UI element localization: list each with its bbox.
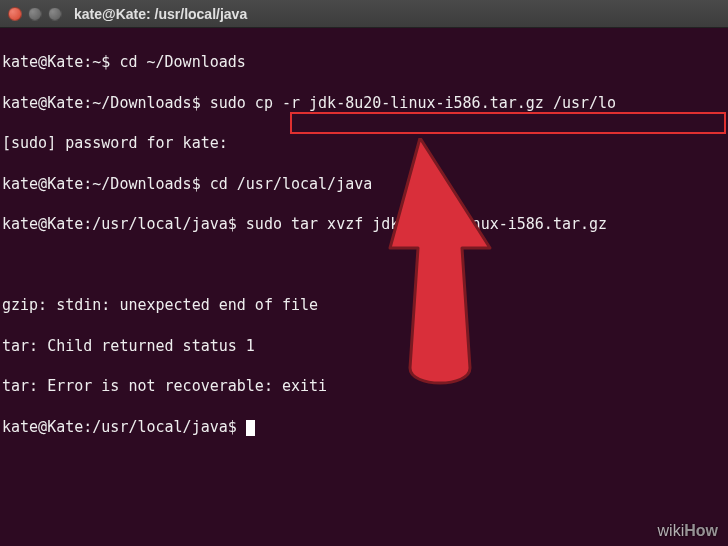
close-icon[interactable]: [8, 7, 22, 21]
watermark-text: How: [684, 522, 718, 539]
maximize-icon[interactable]: [48, 7, 62, 21]
output-text: [2, 256, 11, 274]
minimize-icon[interactable]: [28, 7, 42, 21]
watermark-text: wiki: [658, 522, 685, 539]
prompt: kate@Kate:~$: [2, 53, 110, 71]
cursor-icon: [246, 420, 255, 436]
command-text: cd ~/Downloads: [110, 53, 245, 71]
prompt: kate@Kate:/usr/local/java$: [2, 215, 237, 233]
highlight-box: [290, 112, 726, 134]
command-text: cd /usr/local/java: [201, 175, 373, 193]
output-text: tar: Child returned status 1: [2, 337, 255, 355]
window-titlebar: kate@Kate: /usr/local/java: [0, 0, 728, 28]
prompt: kate@Kate:/usr/local/java$: [2, 418, 237, 436]
command-text: sudo tar xvzf jdk-8u20-linux-i586.tar.gz: [237, 215, 607, 233]
prompt: kate@Kate:~/Downloads$: [2, 175, 201, 193]
command-text: sudo cp -r jdk-8u20-linux-i586.tar.gz /u…: [201, 94, 616, 112]
output-text: gzip: stdin: unexpected end of file: [2, 296, 318, 314]
command-text: [237, 418, 246, 436]
watermark: wikiHow: [658, 522, 718, 540]
window-title: kate@Kate: /usr/local/java: [74, 6, 247, 22]
prompt: kate@Kate:~/Downloads$: [2, 94, 201, 112]
terminal-output[interactable]: kate@Kate:~$ cd ~/Downloads kate@Kate:~/…: [0, 28, 728, 542]
output-text: tar: Error is not recoverable: exiti: [2, 377, 327, 395]
window-controls: [8, 7, 62, 21]
output-text: [sudo] password for kate:: [2, 134, 228, 152]
